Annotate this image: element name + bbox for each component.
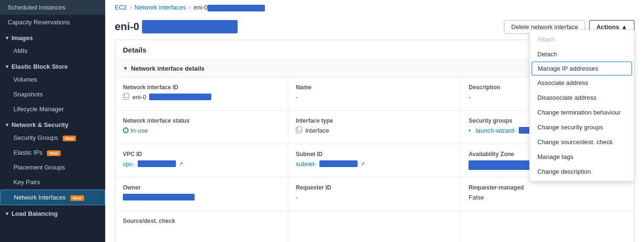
sidebar-section-network-security[interactable]: ▼ Network & Security (0, 116, 105, 130)
sidebar-item-label: Elastic IPs (13, 149, 43, 156)
sidebar-section-label: Images (11, 34, 33, 42)
eni-id-prefix: eni-0 (132, 94, 146, 101)
dropdown-item-manage-tags[interactable]: Manage tags (530, 149, 634, 164)
sidebar-item-label: Scheduled Instances (8, 4, 65, 11)
field-value: subnet- ↗ (296, 160, 453, 168)
sidebar-item-lifecycle-manager[interactable]: Lifecycle Manager (0, 102, 105, 116)
new-badge: New (70, 195, 84, 201)
dropdown-item-detach[interactable]: Detach (530, 47, 634, 62)
field-value: - (296, 94, 453, 101)
sidebar-section-ebs[interactable]: ▼ Elastic Block Store (0, 58, 105, 72)
dropdown-item-manage-ip[interactable]: Manage IP addresses (532, 62, 632, 75)
sidebar-item-label: Capacity Reservations (8, 19, 70, 26)
field-network-interface-id: Network interface ID eni-0 (115, 77, 288, 111)
copy-icon[interactable] (123, 94, 129, 100)
owner-redacted (123, 194, 195, 200)
status-dot-icon (123, 127, 129, 133)
main-content: EC2 › Network interfaces › eni-0 eni-0 D… (105, 0, 644, 242)
field-value: eni-0 (123, 94, 280, 101)
field-status: Network interface status In-use (115, 111, 288, 144)
details-title: Details (123, 46, 146, 54)
sidebar-section-label: Network & Security (11, 121, 68, 128)
sidebar-item-snapshots[interactable]: Snapshots (0, 87, 105, 102)
breadcrumb-separator: › (130, 4, 131, 11)
dropdown-item-change-security-groups[interactable]: Change security groups (530, 120, 634, 135)
breadcrumb-current: eni-0 (194, 4, 265, 11)
dropdown-item-change-description[interactable]: Change description (530, 164, 634, 179)
page-title-redacted (142, 20, 238, 33)
field-label: Requester-managed (469, 184, 626, 191)
dropdown-item-disassociate-address[interactable]: Disassociate address (530, 90, 634, 105)
sidebar-item-amis[interactable]: AMIs (0, 43, 105, 58)
breadcrumb-separator: › (189, 4, 191, 11)
actions-dropdown: Attach Detach Manage IP addresses Associ… (529, 30, 634, 181)
field-empty-1 (288, 211, 461, 242)
sidebar-item-label: Placement Groups (13, 164, 65, 171)
sidebar-item-label: Key Pairs (13, 179, 40, 186)
chevron-down-icon: ▼ (5, 35, 10, 41)
new-badge: New (63, 136, 76, 141)
external-link-icon[interactable]: ↗ (360, 161, 365, 167)
sidebar-section-images[interactable]: ▼ Images (0, 30, 105, 43)
dropdown-item-attach[interactable]: Attach (530, 32, 634, 47)
sidebar-section-label: Elastic Block Store (11, 63, 68, 70)
field-label: Owner (123, 184, 280, 191)
field-name: Name - (288, 77, 461, 111)
sidebar-section-load-balancing[interactable]: ▼ Load Balancing (0, 205, 105, 219)
field-value: vpc- ↗ (123, 160, 280, 168)
sidebar-item-placement-groups[interactable]: Placement Groups (0, 160, 105, 175)
chevron-down-icon: ▼ (5, 64, 10, 69)
field-value: interface (296, 127, 453, 134)
interface-type-text: interface (306, 127, 329, 134)
dropdown-item-change-source-dest[interactable]: Change source/dest. check (530, 135, 634, 149)
chevron-down-icon: ▼ (5, 122, 10, 127)
field-label: Name (296, 84, 453, 91)
sidebar-item-security-groups[interactable]: Security Groups New (0, 130, 105, 145)
sidebar-item-label: Network Interfaces (14, 194, 65, 201)
field-value: In-use (123, 127, 280, 134)
field-source-dest-check: Source/dest. check (115, 211, 288, 242)
breadcrumb-ec2[interactable]: EC2 (115, 4, 127, 11)
copy-icon[interactable] (296, 127, 302, 133)
field-subnet-id: Subnet ID subnet- ↗ (288, 144, 461, 178)
field-value: - (296, 194, 453, 201)
field-empty-2 (461, 211, 634, 242)
breadcrumb-network-interfaces[interactable]: Network interfaces (134, 4, 186, 11)
field-label: VPC ID (123, 151, 280, 158)
breadcrumb: EC2 › Network interfaces › eni-0 (105, 0, 644, 15)
security-group-text[interactable]: launch-wizard- (476, 127, 516, 134)
sidebar-item-label: Snapshots (13, 91, 43, 98)
sidebar-item-volumes[interactable]: Volumes (0, 72, 105, 87)
sidebar: Scheduled Instances Capacity Reservation… (0, 0, 105, 242)
sidebar-section-label: Load Balancing (11, 210, 58, 217)
field-requester-managed: Requester-managed False (461, 178, 634, 211)
field-label: Source/dest. check (123, 218, 280, 224)
field-label: Network interface status (123, 117, 280, 124)
vpc-id-prefix[interactable]: vpc- (123, 160, 135, 168)
status-in-use: In-use (123, 127, 148, 134)
field-value: False (469, 194, 626, 201)
sidebar-item-scheduled-instances[interactable]: Scheduled Instances (0, 0, 105, 15)
external-link-icon[interactable]: ↗ (179, 161, 183, 167)
vpc-id-redacted (138, 160, 176, 167)
chevron-down-icon: ▼ (123, 65, 128, 71)
sidebar-item-network-interfaces[interactable]: Network Interfaces New (0, 189, 105, 205)
sidebar-item-label: Security Groups (13, 134, 58, 141)
subnet-id-prefix[interactable]: subnet- (296, 160, 317, 168)
sidebar-item-capacity-reservations[interactable]: Capacity Reservations (0, 15, 105, 30)
dropdown-item-change-termination[interactable]: Change termination behaviour (530, 105, 634, 120)
sidebar-item-elastic-ips[interactable]: Elastic IPs New (0, 145, 105, 160)
field-label: Network interface ID (123, 84, 280, 91)
field-value (123, 194, 280, 200)
page-title-prefix: eni-0 (115, 21, 139, 33)
subnet-id-redacted (319, 160, 358, 167)
sidebar-item-label: Lifecycle Manager (13, 105, 64, 113)
field-interface-type: Interface type interface (288, 111, 461, 144)
dropdown-item-associate-address[interactable]: Associate address (530, 75, 634, 90)
subsection-title: Network interface details (131, 65, 205, 72)
breadcrumb-id-redacted (207, 5, 265, 11)
sidebar-item-key-pairs[interactable]: Key Pairs (0, 175, 105, 189)
field-label: Requester ID (296, 184, 453, 191)
sidebar-item-label: AMIs (13, 47, 28, 54)
bullet-icon: • (469, 127, 471, 134)
